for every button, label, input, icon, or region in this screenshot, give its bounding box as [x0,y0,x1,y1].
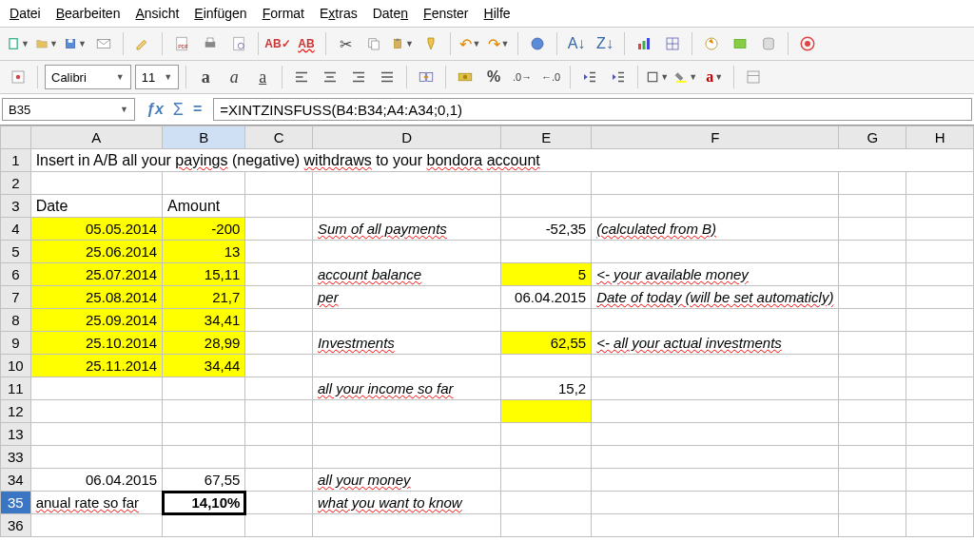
chart-button[interactable] [632,31,656,56]
cell[interactable] [245,469,313,492]
cell[interactable] [501,446,592,469]
cell[interactable] [592,446,839,469]
cell[interactable] [906,195,974,218]
row-header[interactable]: 1 [1,149,31,172]
cell[interactable] [501,423,592,446]
cell[interactable] [839,469,906,492]
cell[interactable] [245,377,313,400]
cell[interactable]: 5 [501,263,592,286]
cell[interactable] [906,355,974,377]
align-center-button[interactable] [318,65,342,89]
cell[interactable] [839,332,906,355]
col-header-D[interactable]: D [312,126,500,149]
col-header-A[interactable]: A [30,126,162,149]
menu-window[interactable]: Fenster [423,6,468,21]
col-header-H[interactable]: H [906,126,974,149]
cell[interactable] [839,514,906,537]
autospell-button[interactable]: AB [294,31,319,56]
cell[interactable] [839,377,906,400]
email-button[interactable] [91,31,116,56]
menu-help[interactable]: Hilfe [484,6,511,21]
cell[interactable] [245,263,313,286]
cell[interactable] [592,377,839,400]
cell[interactable] [245,355,313,377]
cell[interactable] [312,309,500,332]
align-right-button[interactable] [346,65,371,89]
cell[interactable]: anual rate so far [30,492,162,514]
menu-file[interactable]: Datei [10,6,41,21]
sort-asc-button[interactable]: A↓ [564,31,589,56]
paste-button[interactable]: ▼ [390,31,415,56]
italic-button[interactable]: a [222,65,246,89]
print-preview-button[interactable] [226,31,251,56]
add-decimal-button[interactable]: .0→ [510,65,535,89]
cell[interactable] [839,195,906,218]
cell[interactable]: 15,11 [163,263,245,286]
cell[interactable] [906,309,974,332]
menu-insert[interactable]: Einfügen [194,6,246,21]
fontcolor-button[interactable]: a▼ [702,65,727,89]
cell[interactable] [312,423,500,446]
decrease-indent-button[interactable] [577,65,602,89]
open-button[interactable]: ▼ [34,31,59,56]
align-justify-button[interactable] [375,65,399,89]
menu-edit[interactable]: Bearbeiten [56,6,121,21]
cell[interactable]: 25.11.2014 [30,355,162,377]
equals-button[interactable]: = [193,101,202,118]
menu-data[interactable]: Daten [373,6,408,21]
cell[interactable] [312,172,500,195]
cell[interactable]: 21,7 [163,286,245,309]
navigator-button[interactable] [699,31,724,56]
cell[interactable]: Date of today (will be set automaticly) [592,286,839,309]
cell[interactable] [592,400,839,423]
row-header[interactable]: 4 [1,218,31,241]
cell[interactable] [839,263,906,286]
menu-bar[interactable]: Datei Bearbeiten Ansicht Einfügen Format… [0,0,974,28]
format-paintbrush-button[interactable] [419,31,443,56]
col-header-F[interactable]: F [592,126,839,149]
cell[interactable] [839,241,906,263]
row-header[interactable]: 7 [1,286,31,309]
cell[interactable] [245,446,313,469]
cell[interactable]: Insert in A/B all your payings (negative… [30,149,973,172]
select-all-corner[interactable] [1,126,31,149]
remove-decimal-button[interactable]: ←.0 [538,65,563,89]
cell[interactable] [312,446,500,469]
cell[interactable] [592,492,839,514]
cell[interactable] [501,514,592,537]
spreadsheet-grid[interactable]: A B C D E F G H 1Insert in A/B all your … [0,126,974,537]
help-button[interactable] [795,31,820,56]
cell[interactable] [592,514,839,537]
formula-input[interactable] [213,98,972,121]
export-pdf-button[interactable]: PDF [169,31,194,56]
edit-button[interactable] [130,31,155,56]
row-header[interactable]: 34 [1,469,31,492]
cell[interactable]: Amount [163,195,245,218]
cell[interactable]: per [312,286,500,309]
cell[interactable] [163,446,245,469]
datasources-button[interactable] [756,31,781,56]
merge-cells-button[interactable] [414,65,438,89]
cell[interactable] [245,309,313,332]
row-header[interactable]: 3 [1,195,31,218]
row-header[interactable]: 12 [1,400,31,423]
cell[interactable] [906,423,974,446]
cell[interactable] [163,423,245,446]
cell[interactable] [30,514,162,537]
cell[interactable] [906,446,974,469]
cell[interactable] [245,195,313,218]
cell[interactable] [906,400,974,423]
underline-button[interactable]: a [250,65,275,89]
cell[interactable] [592,355,839,377]
cell[interactable] [163,377,245,400]
cell[interactable] [839,309,906,332]
cell[interactable] [906,172,974,195]
cell[interactable]: (calculated from B) [592,218,839,241]
cell[interactable] [906,241,974,263]
percent-button[interactable]: % [481,65,506,89]
cell[interactable]: -200 [163,218,245,241]
cell[interactable]: <- your available money [592,263,839,286]
cell[interactable] [245,492,313,514]
cell[interactable] [592,309,839,332]
print-button[interactable] [198,31,223,56]
